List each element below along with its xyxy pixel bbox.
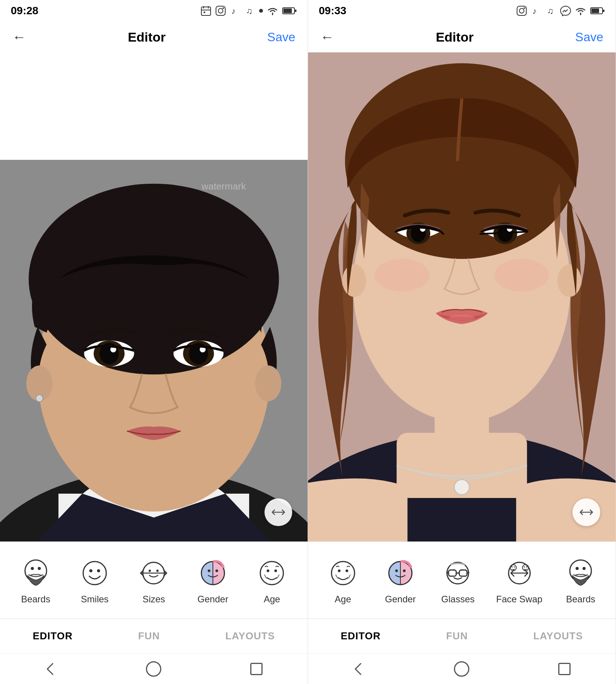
tool-gender-left[interactable]: Gender xyxy=(194,556,232,605)
status-bar-right: 09:33 ♪ ♫ xyxy=(308,0,616,22)
battery-icon-left xyxy=(282,7,297,15)
photo-area-left: watermark xyxy=(0,160,308,542)
age-label-left: Age xyxy=(264,594,280,605)
tool-smiles-left[interactable]: Smiles xyxy=(75,556,114,605)
sizes-icon xyxy=(137,556,171,590)
svg-point-30 xyxy=(36,395,43,402)
tool-sizes-left[interactable]: Sizes xyxy=(134,556,173,605)
save-button-right[interactable]: Save xyxy=(575,30,603,44)
svg-point-53 xyxy=(267,569,270,572)
tool-beards-right[interactable]: Beards xyxy=(561,556,600,605)
svg-point-56 xyxy=(519,8,524,13)
left-phone-panel: 09:28 ♪ ♫ xyxy=(0,0,308,684)
tool-faceswap-right[interactable]: Face Swap xyxy=(496,556,542,605)
tool-age-left[interactable]: Age xyxy=(253,556,291,605)
svg-text:♫: ♫ xyxy=(246,6,253,16)
android-recent-icon-left xyxy=(250,663,263,675)
svg-point-93 xyxy=(403,569,406,572)
gender-icon-right xyxy=(383,556,417,590)
resize-icon-left xyxy=(271,508,285,517)
tab-editor-right[interactable]: EDITOR xyxy=(341,630,381,642)
white-top-left xyxy=(0,52,308,160)
tab-layouts-right[interactable]: LAYOUTS xyxy=(533,630,583,642)
top-nav-left: ← Editor Save xyxy=(0,22,308,52)
tab-editor-left[interactable]: EDITOR xyxy=(33,630,73,642)
svg-text:♪: ♪ xyxy=(532,6,537,16)
svg-point-108 xyxy=(526,566,527,567)
save-button-left[interactable]: Save xyxy=(267,30,295,44)
calendar-icon xyxy=(201,5,211,16)
toolbar-left: Beards Smiles Sizes xyxy=(0,542,308,619)
android-back-left[interactable] xyxy=(40,657,63,681)
android-recent-left[interactable] xyxy=(245,657,268,681)
resize-handle-left[interactable] xyxy=(264,498,292,526)
gender-label-left: Gender xyxy=(198,594,228,605)
tab-layouts-left[interactable]: LAYOUTS xyxy=(225,630,275,642)
svg-rect-4 xyxy=(204,12,205,13)
tool-gender-right[interactable]: Gender xyxy=(381,556,420,605)
svg-point-6 xyxy=(218,8,223,13)
tool-glasses-right[interactable]: Glasses xyxy=(439,556,477,605)
tool-age-right[interactable]: Age xyxy=(324,556,362,605)
sizes-label-left: Sizes xyxy=(142,594,165,605)
instagram-icon-right xyxy=(516,5,527,16)
bottom-tabs-right: EDITOR FUN LAYOUTS xyxy=(308,619,616,653)
face-illustration-left: watermark xyxy=(0,160,308,542)
svg-point-70 xyxy=(345,63,579,259)
android-home-left[interactable] xyxy=(142,657,165,681)
svg-point-84 xyxy=(338,569,340,572)
status-icons-right: ♪ ♫ xyxy=(516,5,605,16)
beards-icon xyxy=(19,556,53,590)
svg-rect-12 xyxy=(295,10,296,12)
svg-point-38 xyxy=(89,569,92,572)
status-dot-left xyxy=(259,9,263,13)
android-home-icon-left xyxy=(146,661,161,677)
tool-beards-left[interactable]: Beards xyxy=(17,556,55,605)
android-back-icon-left xyxy=(42,660,60,678)
back-button-left[interactable]: ← xyxy=(12,29,26,45)
svg-point-111 xyxy=(583,567,586,570)
gender-icon-left xyxy=(196,556,230,590)
svg-point-81 xyxy=(557,264,581,297)
glasses-icon xyxy=(441,556,475,590)
svg-rect-0 xyxy=(201,7,211,15)
android-recent-right[interactable] xyxy=(553,657,576,681)
svg-point-50 xyxy=(208,569,210,572)
svg-rect-96 xyxy=(459,570,467,576)
status-icons-left: ♪ ♫ xyxy=(201,5,297,16)
svg-point-39 xyxy=(97,569,100,572)
tab-fun-left[interactable]: FUN xyxy=(138,630,160,642)
instagram-icon-left xyxy=(215,5,226,16)
age-icon-left xyxy=(255,556,289,590)
tab-fun-right[interactable]: FUN xyxy=(446,630,468,642)
smiles-icon xyxy=(78,556,112,590)
messenger-icon-right xyxy=(560,5,571,16)
svg-point-104 xyxy=(511,566,512,567)
back-button-right[interactable]: ← xyxy=(320,29,334,45)
status-time-right: 09:33 xyxy=(319,5,346,17)
svg-point-57 xyxy=(524,7,525,9)
wifi-icon-left xyxy=(267,6,278,15)
toolbar-right: Age Gender xyxy=(308,542,616,619)
battery-icon-right xyxy=(590,7,605,15)
resize-handle-right[interactable] xyxy=(572,498,600,526)
faceswap-icon xyxy=(502,556,536,590)
svg-point-54 xyxy=(275,569,277,572)
beards-label-left: Beards xyxy=(21,594,50,605)
svg-point-67 xyxy=(454,479,470,495)
android-back-right[interactable] xyxy=(348,657,371,681)
svg-point-105 xyxy=(514,566,515,567)
age-label-right: Age xyxy=(335,594,351,605)
svg-text:♪: ♪ xyxy=(231,6,236,16)
photo-area-right xyxy=(308,52,616,542)
android-home-right[interactable] xyxy=(450,657,473,681)
svg-point-79 xyxy=(494,259,549,292)
svg-point-100 xyxy=(453,569,455,571)
svg-point-51 xyxy=(215,569,218,572)
status-time-left: 09:28 xyxy=(11,5,38,17)
svg-point-80 xyxy=(342,264,366,297)
smiles-label-left: Smiles xyxy=(81,594,109,605)
android-back-icon-right xyxy=(350,660,368,678)
right-phone-panel: 09:33 ♪ ♫ xyxy=(308,0,616,684)
bottom-tabs-left: EDITOR FUN LAYOUTS xyxy=(0,619,308,653)
